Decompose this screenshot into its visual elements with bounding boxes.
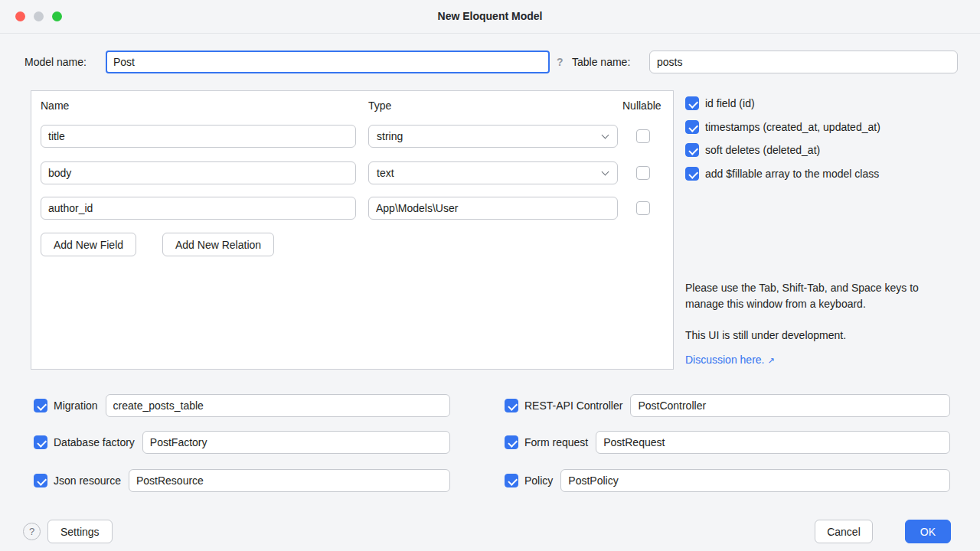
json-resource-label: Json resource xyxy=(54,474,121,487)
model-name-input[interactable] xyxy=(106,51,550,73)
policy-label: Policy xyxy=(524,474,553,487)
option-label: id field (id) xyxy=(705,97,755,109)
database-factory-name-input[interactable] xyxy=(142,431,450,454)
titlebar: New Eloquent Model xyxy=(0,0,980,34)
fields-panel: Name Type Nullable string text Add New F… xyxy=(31,90,674,370)
nullable-checkbox[interactable] xyxy=(636,166,650,180)
option-fillable: add $fillable array to the model class xyxy=(685,167,879,181)
rest-api-controller-checkbox[interactable] xyxy=(505,399,518,412)
new-eloquent-model-dialog: New Eloquent Model Model name: ? Table n… xyxy=(0,0,980,551)
field-name-input[interactable] xyxy=(41,161,356,184)
window-title: New Eloquent Model xyxy=(0,10,980,22)
nullable-checkbox[interactable] xyxy=(636,129,650,143)
soft-deletes-checkbox[interactable] xyxy=(685,143,699,157)
timestamps-checkbox[interactable] xyxy=(685,120,699,134)
migration-row: Migration xyxy=(34,394,450,417)
option-label: soft deletes (deleted_at) xyxy=(705,144,820,156)
json-resource-name-input[interactable] xyxy=(129,469,450,492)
cancel-button[interactable]: Cancel xyxy=(815,520,873,543)
field-type-value: string xyxy=(377,130,403,142)
table-name-label: Table name: xyxy=(572,51,630,73)
fillable-checkbox[interactable] xyxy=(685,167,699,181)
column-header-type: Type xyxy=(368,99,391,112)
id-field-checkbox[interactable] xyxy=(685,96,699,110)
settings-button[interactable]: Settings xyxy=(47,520,113,543)
ok-button[interactable]: OK xyxy=(905,520,951,543)
table-name-input[interactable] xyxy=(649,51,958,73)
json-resource-checkbox[interactable] xyxy=(34,474,47,487)
form-request-row: Form request xyxy=(505,431,950,454)
migration-label: Migration xyxy=(54,399,98,412)
database-factory-label: Database factory xyxy=(54,436,135,448)
rest-api-controller-label: REST-API Controller xyxy=(524,399,622,412)
policy-name-input[interactable] xyxy=(560,469,950,492)
keyboard-hint-text: Please use the Tab, Shift-Tab, and Space… xyxy=(685,280,952,312)
chevron-down-icon xyxy=(602,131,609,139)
option-label: add $fillable array to the model class xyxy=(705,168,879,180)
rest-api-controller-row: REST-API Controller xyxy=(505,394,950,417)
option-id-field: id field (id) xyxy=(685,96,755,110)
column-header-nullable: Nullable xyxy=(622,99,662,112)
migration-name-input[interactable] xyxy=(106,394,450,417)
form-request-label: Form request xyxy=(524,436,588,448)
field-type-select[interactable]: string xyxy=(368,125,618,148)
field-name-input[interactable] xyxy=(41,125,356,148)
database-factory-row: Database factory xyxy=(34,431,450,454)
policy-row: Policy xyxy=(505,469,950,492)
form-request-name-input[interactable] xyxy=(596,431,950,454)
add-new-relation-button[interactable]: Add New Relation xyxy=(162,233,274,256)
option-timestamps: timestamps (created_at, updated_at) xyxy=(685,120,880,134)
field-type-value: text xyxy=(377,167,394,179)
policy-checkbox[interactable] xyxy=(505,474,518,487)
option-soft-deletes: soft deletes (deleted_at) xyxy=(685,143,820,157)
footer-actions: Cancel OK xyxy=(815,520,951,543)
option-label: timestamps (created_at, updated_at) xyxy=(705,121,880,133)
add-new-field-button[interactable]: Add New Field xyxy=(41,233,136,256)
model-name-label: Model name: xyxy=(24,51,87,73)
help-button[interactable]: ? xyxy=(23,523,41,540)
form-request-checkbox[interactable] xyxy=(505,435,518,449)
discussion-link[interactable]: Discussion here. xyxy=(685,354,765,366)
chevron-down-icon xyxy=(602,168,609,175)
nullable-checkbox[interactable] xyxy=(636,201,650,215)
help-icon: ? xyxy=(557,51,564,73)
rest-api-controller-name-input[interactable] xyxy=(630,394,950,417)
column-header-name: Name xyxy=(41,99,69,112)
field-name-input[interactable] xyxy=(41,197,356,220)
discussion-link-row: Discussion here. ↗ xyxy=(685,354,775,366)
field-type-select[interactable]: text xyxy=(368,161,618,184)
migration-checkbox[interactable] xyxy=(34,399,47,412)
json-resource-row: Json resource xyxy=(34,469,450,492)
database-factory-checkbox[interactable] xyxy=(34,435,47,449)
relation-type-input[interactable] xyxy=(368,197,618,220)
development-note-text: This UI is still under development. xyxy=(685,329,846,341)
external-link-icon: ↗ xyxy=(768,356,775,366)
